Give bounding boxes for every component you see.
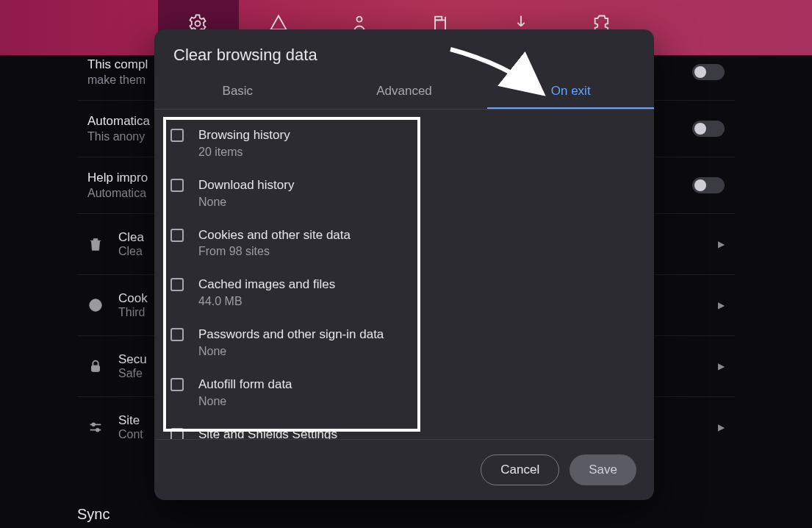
nav-subtitle: Clea: [118, 245, 144, 258]
dialog-title: Clear browsing data: [154, 29, 654, 71]
svg-point-9: [96, 429, 99, 432]
sync-heading: Sync: [77, 506, 109, 523]
option-label: Download history: [198, 176, 294, 194]
setting-title: Help impro: [87, 171, 148, 185]
option-subtext: None: [198, 196, 294, 209]
cancel-button[interactable]: Cancel: [481, 454, 559, 485]
dialog-tabs: Basic Advanced On exit: [154, 75, 654, 110]
option-label: Cookies and other site data: [198, 226, 351, 244]
checkbox[interactable]: [170, 328, 184, 341]
nav-title: Clea: [118, 230, 144, 245]
setting-title: This compl: [87, 57, 148, 72]
tab-advanced[interactable]: Advanced: [321, 75, 488, 109]
setting-subtitle: Automatica: [87, 187, 148, 200]
tab-on-exit[interactable]: On exit: [487, 75, 654, 109]
option-row[interactable]: Autofill form dataNone: [170, 368, 639, 418]
nav-subtitle: Cont: [118, 428, 143, 441]
nav-title: Secu: [118, 352, 147, 367]
checkbox[interactable]: [170, 179, 184, 192]
option-label: Cached images and files: [198, 276, 335, 293]
option-subtext: None: [198, 395, 292, 408]
svg-point-2: [90, 299, 102, 312]
save-button[interactable]: Save: [570, 454, 636, 485]
checkbox[interactable]: [170, 378, 184, 391]
option-row[interactable]: Browsing history20 items: [170, 118, 639, 168]
option-row[interactable]: Cookies and other site dataFrom 98 sites: [170, 218, 639, 268]
option-subtext: From 98 sites: [198, 245, 351, 258]
option-row[interactable]: Passwords and other sign-in dataNone: [170, 318, 639, 368]
svg-point-8: [92, 424, 95, 427]
nav-title: Site: [118, 413, 143, 428]
option-label: Site and Shields Settings: [198, 426, 337, 439]
sliders-icon: [87, 419, 104, 435]
option-label: Autofill form data: [198, 376, 292, 393]
chevron-right-icon: ▶: [718, 422, 725, 432]
option-label: Passwords and other sign-in data: [198, 326, 384, 343]
dialog-footer: Cancel Save: [154, 439, 654, 500]
setting-subtitle: This anony: [87, 130, 150, 143]
clear-browsing-data-dialog: Clear browsing data Basic Advanced On ex…: [154, 29, 654, 500]
option-subtext: None: [198, 345, 384, 358]
svg-point-0: [195, 21, 201, 26]
options-list[interactable]: Browsing history20 itemsDownload history…: [154, 110, 647, 439]
nav-title: Cook: [118, 291, 148, 306]
cookie-icon: [87, 297, 104, 313]
tab-basic[interactable]: Basic: [154, 75, 321, 109]
checkbox[interactable]: [170, 129, 184, 142]
checkbox[interactable]: [170, 229, 184, 242]
option-label: Browsing history: [198, 126, 290, 144]
setting-title: Automatica: [87, 114, 150, 129]
setting-subtitle: make them: [87, 74, 148, 87]
svg-point-1: [357, 17, 362, 22]
svg-point-4: [96, 302, 98, 304]
option-row[interactable]: Download historyNone: [170, 168, 639, 218]
lock-icon: [87, 358, 104, 374]
option-subtext: 44.0 MB: [198, 295, 335, 308]
svg-point-5: [94, 307, 96, 308]
checkbox[interactable]: [170, 428, 184, 439]
checkbox[interactable]: [170, 278, 184, 291]
option-row[interactable]: Cached images and files44.0 MB: [170, 268, 639, 318]
svg-point-3: [93, 303, 94, 304]
svg-rect-7: [92, 365, 100, 371]
toggle-switch[interactable]: [692, 121, 725, 137]
chevron-right-icon: ▶: [718, 361, 725, 371]
nav-subtitle: Safe: [118, 367, 147, 380]
chevron-right-icon: ▶: [718, 300, 725, 310]
option-row[interactable]: Site and Shields Settings: [170, 418, 639, 439]
chevron-right-icon: ▶: [718, 239, 725, 249]
trash-icon: [87, 236, 104, 252]
toggle-switch[interactable]: [692, 177, 725, 193]
svg-point-6: [97, 306, 98, 307]
toggle-switch[interactable]: [692, 64, 725, 80]
option-subtext: 20 items: [198, 146, 290, 159]
nav-subtitle: Third: [118, 306, 148, 319]
